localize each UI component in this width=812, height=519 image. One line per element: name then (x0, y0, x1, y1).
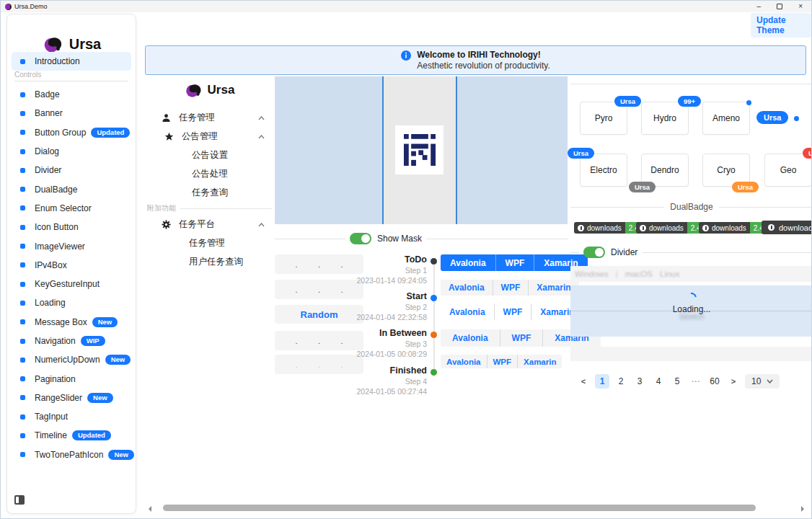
menu-item-user-task-query[interactable]: 用户任务查询 (145, 252, 273, 271)
chevron-up-icon (258, 219, 265, 229)
avalonia-button[interactable]: Avalonia (441, 254, 495, 271)
star-icon (164, 132, 175, 141)
scroll-right-arrow-icon[interactable] (801, 506, 804, 512)
right-panel: Pyro Ursa Hydro 99+ Ameno Ursa Electro U… (570, 76, 812, 401)
bullet-icon (20, 187, 25, 192)
sidebar-item-navigation[interactable]: NavigationWIP (12, 332, 134, 350)
bullet-icon (20, 358, 25, 363)
sidebar-item-dualbadge[interactable]: DualBadge (12, 179, 134, 198)
sidebar-item-rangeslider[interactable]: RangeSliderNew (12, 389, 134, 407)
timeline-entry: Finished Step 4 2024-01-05 00:27:44 (311, 365, 427, 396)
scroll-left-arrow-icon[interactable] (149, 506, 151, 512)
menu-item-task-management-2[interactable]: 任务管理 (145, 234, 273, 252)
sidebar-item-numericupdown[interactable]: NumericUpDownNew (12, 350, 134, 369)
window-title: Ursa.Demo (14, 3, 48, 10)
dual-badge: downloads 2.4k (574, 222, 646, 234)
next-page-button[interactable]: > (726, 374, 741, 389)
bullet-icon (20, 301, 25, 306)
bullet-icon (20, 149, 25, 154)
bullet-icon (20, 414, 25, 420)
sidebar-item-introduction[interactable]: Introduction (12, 52, 131, 71)
titlebar: Ursa.Demo – × (1, 1, 812, 12)
horizontal-scrollbar[interactable] (145, 504, 811, 514)
avalonia-button[interactable]: Avalonia (441, 329, 500, 347)
avalonia-button[interactable]: Avalonia (441, 355, 487, 368)
sidebar-item-pagination[interactable]: Pagination (12, 369, 134, 388)
banner-title: Welcome to IRIHI Technology! (417, 50, 550, 61)
sidebar-item-imageviewer[interactable]: ImageViewer (12, 236, 134, 255)
irihi-logo-image (395, 125, 443, 174)
viewer-visible-strip (384, 76, 456, 224)
menu-item-task-query[interactable]: 任务查询 (145, 183, 273, 202)
divider-line (570, 84, 812, 84)
divider-line (719, 207, 812, 208)
page-size-select[interactable]: 10 (745, 374, 780, 389)
menu-item-announcement-management[interactable]: 公告管理 (145, 127, 273, 146)
badge-card-geo: Geo Ursa (764, 154, 812, 187)
page-button-3[interactable]: 3 (632, 374, 647, 389)
sidebar-item-dialog[interactable]: Dialog (12, 142, 134, 161)
sidebar-item-twotonepathicon[interactable]: TwoTonePathIconNew (12, 445, 134, 464)
sidebar-item-keygestureinput[interactable]: KeyGestureInput (12, 275, 134, 293)
sidebar-item-ipv4box[interactable]: IPv4Box (12, 256, 134, 275)
dual-badge: downloads 2.4k (699, 222, 771, 234)
minimize-button[interactable]: – (757, 3, 762, 10)
sidebar-item-enum-selector[interactable]: Enum Selector (12, 199, 134, 218)
sidebar-item-taginput[interactable]: TagInput (12, 407, 134, 426)
chevron-up-icon (258, 112, 265, 123)
button-group-solid: Avalonia WPF Xamarin (441, 254, 588, 271)
sidebar-item-banner[interactable]: Banner (12, 104, 134, 123)
update-theme-button[interactable]: Update Theme (751, 13, 811, 37)
wpf-button[interactable]: WPF (495, 254, 534, 271)
divider-toggle[interactable] (583, 247, 605, 258)
button-group-borderless: Avalonia WPF Xamarin (441, 304, 583, 320)
avalonia-button[interactable]: Avalonia (441, 280, 493, 296)
divider-line (570, 252, 579, 253)
show-mask-toggle[interactable] (350, 233, 371, 244)
scrollbar-thumb[interactable] (163, 505, 756, 511)
badge-card-electro: Electro Ursa (580, 154, 627, 187)
page-button-5[interactable]: 5 (670, 374, 684, 389)
badge-card-pyro: Pyro Ursa (580, 102, 627, 135)
wpf-button[interactable]: WPF (493, 280, 529, 296)
divider-label: Divider (611, 247, 637, 257)
wpf-button[interactable]: WPF (487, 355, 518, 368)
collapse-sidebar-icon[interactable] (14, 495, 25, 505)
chevron-up-icon (258, 131, 265, 141)
info-icon (768, 224, 775, 231)
bullet-icon (20, 130, 25, 135)
show-mask-label: Show Mask (377, 234, 422, 244)
divider-line (275, 239, 345, 239)
bullet-icon (20, 92, 25, 97)
standalone-ursa-badge: Ursa (756, 111, 788, 124)
sidebar-item-icon-button[interactable]: Icon Button (12, 218, 134, 236)
sidebar-section-divider (14, 81, 128, 81)
sidebar-item-divider[interactable]: Divider (12, 161, 134, 179)
menu-item-announcement-handling[interactable]: 公告处理 (145, 164, 273, 183)
menu-item-task-platform[interactable]: 任务平台 (145, 215, 273, 234)
sidebar-item-timeline[interactable]: TimelineUpdated (12, 426, 134, 445)
page-button-1[interactable]: 1 (595, 374, 609, 389)
wpf-button[interactable]: WPF (494, 304, 531, 320)
sidebar-item-button-group[interactable]: Button GroupUpdated (12, 123, 134, 142)
prev-page-button[interactable]: < (576, 374, 591, 389)
sidebar-item-badge[interactable]: Badge (12, 85, 134, 104)
page-button-60[interactable]: 60 (707, 374, 722, 389)
close-button[interactable]: × (798, 3, 803, 10)
wpf-button[interactable]: WPF (500, 329, 543, 347)
menu-item-announcement-settings[interactable]: 公告设置 (145, 146, 273, 164)
xamarin-button[interactable]: Xamarin (517, 355, 562, 368)
sidebar-item-message-box[interactable]: Message BoxNew (12, 313, 134, 332)
page-button-2[interactable]: 2 (614, 374, 628, 389)
bullet-icon (20, 433, 25, 438)
menu-item-task-management[interactable]: 任务管理 (145, 108, 273, 127)
avalonia-button[interactable]: Avalonia (441, 304, 494, 320)
irihi-logo-icon (404, 134, 436, 166)
image-viewer[interactable] (275, 76, 568, 224)
count-badge: 99+ (678, 96, 701, 107)
maximize-button[interactable] (777, 4, 782, 9)
page-button-4[interactable]: 4 (651, 374, 666, 389)
bullet-icon (20, 168, 25, 173)
app-window: Ursa.Demo – × Ursa Introduction Controls… (0, 0, 812, 519)
sidebar-item-loading[interactable]: Loading (12, 293, 134, 312)
